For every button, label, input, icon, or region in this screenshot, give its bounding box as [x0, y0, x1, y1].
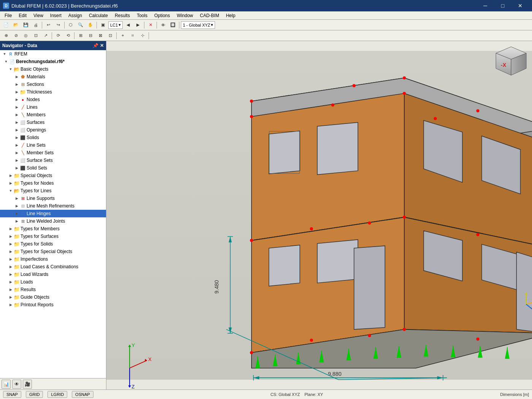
- tree-item-types-for-solids[interactable]: ▶📁Types for Solids: [0, 240, 106, 248]
- menu-item-results[interactable]: Results: [112, 12, 133, 19]
- tb2-btn8[interactable]: ⊞: [76, 32, 85, 40]
- next-button[interactable]: ▶: [133, 21, 142, 29]
- tree-item-solid-sets[interactable]: ▶⬛Solid Sets: [0, 164, 106, 172]
- osnap-button[interactable]: OSNAP: [72, 391, 93, 398]
- tree-item-line-sets[interactable]: ▶╱Line Sets: [0, 141, 106, 149]
- menu-item-assign[interactable]: Assign: [65, 12, 85, 19]
- menu-item-view[interactable]: View: [30, 12, 46, 19]
- tree-item-solids[interactable]: ▶⬛Solids: [0, 134, 106, 141]
- expander-lines[interactable]: ▶: [14, 104, 20, 110]
- tb2-btn11[interactable]: ⊡: [106, 32, 115, 40]
- menu-item-insert[interactable]: Insert: [47, 12, 65, 19]
- save-button[interactable]: 💾: [21, 21, 30, 29]
- menu-item-calculate[interactable]: Calculate: [86, 12, 111, 19]
- tree-item-imperfections[interactable]: ▶📁Imperfections: [0, 255, 106, 263]
- redo-button[interactable]: ↪: [54, 21, 63, 29]
- expander-surfaces[interactable]: ▶: [14, 119, 20, 125]
- expander-types-for-nodes[interactable]: ▶: [8, 180, 14, 186]
- expander-loads[interactable]: ▶: [8, 279, 14, 285]
- tb2-btn2[interactable]: ⊘: [11, 32, 21, 40]
- expander-line-welded-joints[interactable]: ▶: [14, 218, 20, 224]
- expander-types-for-members[interactable]: ▶: [8, 226, 14, 232]
- tree-item-types-for-nodes[interactable]: ▶📁Types for Nodes: [0, 179, 106, 187]
- tree-item-printout-reports[interactable]: ▶📁Printout Reports: [0, 301, 106, 309]
- view-btn2[interactable]: 🔲: [168, 21, 177, 29]
- menu-item-help[interactable]: Help: [223, 12, 239, 19]
- expander-load-wizards[interactable]: ▶: [8, 271, 14, 277]
- tree-item-rfem[interactable]: ▼RRFEM: [0, 50, 106, 58]
- select-button[interactable]: ⬡: [66, 21, 75, 29]
- tree-item-file[interactable]: ▼📄Berechnungsdatei.rf6*: [0, 58, 106, 65]
- expander-types-for-special-objects[interactable]: ▶: [8, 249, 14, 255]
- expander-line-mesh-refinements[interactable]: ▶: [14, 203, 20, 209]
- tree-item-loads[interactable]: ▶📁Loads: [0, 278, 106, 286]
- expander-materials[interactable]: ▶: [14, 74, 20, 80]
- tb2-btn1[interactable]: ⊕: [2, 32, 11, 40]
- menu-item-cad-bim[interactable]: CAD-BIM: [197, 12, 222, 19]
- tree-item-line-welded-joints[interactable]: ▶⊠Line Welded Joints: [0, 217, 106, 225]
- coord-dropdown[interactable]: 1 - Global XYZ ▾: [181, 21, 215, 29]
- nav-close-button[interactable]: ✕: [100, 43, 104, 48]
- tree-item-member-sets[interactable]: ▶╲Member Sets: [0, 149, 106, 157]
- expander-results[interactable]: ▶: [8, 287, 14, 293]
- tree-item-sections[interactable]: ▶⊟Sections: [0, 81, 106, 88]
- expander-members[interactable]: ▶: [14, 112, 20, 118]
- maximize-button[interactable]: □: [494, 0, 511, 11]
- tree-item-openings[interactable]: ▶⬜Openings: [0, 126, 106, 134]
- expander-solids[interactable]: ▶: [14, 135, 20, 141]
- expander-surface-sets[interactable]: ▶: [14, 157, 20, 163]
- open-button[interactable]: 📂: [11, 21, 21, 29]
- expander-line-sets[interactable]: ▶: [14, 142, 20, 148]
- close-button[interactable]: ✕: [511, 0, 529, 11]
- expander-nodes[interactable]: ▶: [14, 97, 20, 103]
- tree-item-thicknesses[interactable]: ▶📁Thicknesses: [0, 88, 106, 96]
- view-btn1[interactable]: 👁: [158, 21, 168, 29]
- tree-item-types-for-lines[interactable]: ▼📂Types for Lines: [0, 187, 106, 195]
- expander-guide-objects[interactable]: ▶: [8, 294, 14, 300]
- tree-item-types-for-surfaces[interactable]: ▶📁Types for Surfaces: [0, 233, 106, 240]
- tb2-btn9[interactable]: ⊟: [86, 32, 95, 40]
- delete-button[interactable]: ✕: [146, 21, 155, 29]
- tree-item-types-for-special-objects[interactable]: ▶📁Types for Special Objects: [0, 248, 106, 255]
- undo-button[interactable]: ↩: [44, 21, 53, 29]
- tree-item-types-for-members[interactable]: ▶📁Types for Members: [0, 225, 106, 233]
- expander-solid-sets[interactable]: ▶: [14, 165, 20, 171]
- expander-printout-reports[interactable]: ▶: [8, 302, 14, 308]
- tree-item-surface-sets[interactable]: ▶⬜Surface Sets: [0, 157, 106, 164]
- tree-item-nodes[interactable]: ▶●Nodes: [0, 96, 106, 103]
- tree-item-lines[interactable]: ▶╱Lines: [0, 103, 106, 111]
- viewport-3d[interactable]: 9.880 9.480 Y X: [106, 41, 532, 390]
- tb2-btn14[interactable]: ⊹: [138, 32, 147, 40]
- tree-item-basic-objects[interactable]: ▼📂Basic Objects: [0, 65, 106, 73]
- tree-item-line-supports[interactable]: ▶⊞Line Supports: [0, 195, 106, 202]
- expander-types-for-solids[interactable]: ▶: [8, 241, 14, 247]
- nav-pin-button[interactable]: 📌: [93, 43, 98, 48]
- lgrid-button[interactable]: LGRID: [48, 391, 67, 398]
- menu-item-file[interactable]: File: [2, 12, 15, 19]
- expander-line-hinges[interactable]: ▶: [14, 211, 20, 217]
- prev-button[interactable]: ◀: [124, 21, 133, 29]
- expander-basic-objects[interactable]: ▼: [8, 66, 14, 72]
- tb2-btn13[interactable]: ⌗: [128, 32, 137, 40]
- expander-line-supports[interactable]: ▶: [14, 195, 20, 201]
- tree-item-surfaces[interactable]: ▶⬜Surfaces: [0, 119, 106, 126]
- expander-load-cases-combinations[interactable]: ▶: [8, 264, 14, 270]
- menu-item-tools[interactable]: Tools: [134, 12, 150, 19]
- pan-button[interactable]: ✋: [86, 21, 95, 29]
- expander-thicknesses[interactable]: ▶: [14, 89, 20, 95]
- print-button[interactable]: 🖨: [31, 21, 40, 29]
- tree-item-load-cases-combinations[interactable]: ▶📁Load Cases & Combinations: [0, 263, 106, 271]
- tree-item-line-mesh-refinements[interactable]: ▶⊟Line Mesh Refinements: [0, 202, 106, 210]
- tb2-btn7[interactable]: ⟲: [63, 32, 73, 40]
- tree-item-members[interactable]: ▶╲Members: [0, 111, 106, 119]
- tb2-btn6[interactable]: ⟳: [54, 32, 63, 40]
- zoom-button[interactable]: 🔍: [76, 21, 85, 29]
- tb2-btn3[interactable]: ◎: [21, 32, 30, 40]
- menu-item-edit[interactable]: Edit: [16, 12, 30, 19]
- expander-imperfections[interactable]: ▶: [8, 256, 14, 262]
- expander-types-for-surfaces[interactable]: ▶: [8, 233, 14, 239]
- tree-item-materials[interactable]: ▶⬟Materials: [0, 73, 106, 81]
- tree-item-line-hinges[interactable]: ▶⊡Line Hinges: [0, 210, 106, 217]
- tree-item-load-wizards[interactable]: ▶📁Load Wizards: [0, 271, 106, 278]
- expander-member-sets[interactable]: ▶: [14, 150, 20, 156]
